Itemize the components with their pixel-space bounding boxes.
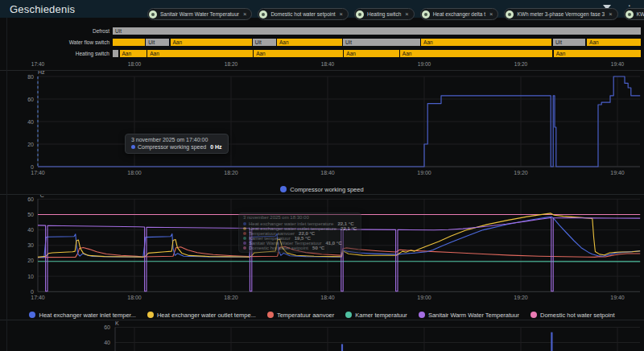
timeline-segment-uit[interactable]: Uit [553, 39, 585, 46]
axis-tick-label: 18:00 [127, 295, 142, 300]
thermometer-icon [149, 10, 157, 19]
timeline-segment-aan[interactable]: Aan [421, 39, 551, 46]
legend-item[interactable]: Sanitair Warm Water Temperatuur [419, 312, 519, 319]
timeline-row-label: Defrost [0, 28, 113, 34]
chip-label: Sanitair Warm Water Temperatuur [160, 11, 239, 17]
legend-item[interactable]: Heat exchanger water outlet tempe... [147, 312, 256, 319]
axis-tick-label: 50 [27, 212, 34, 217]
axis-tick-label: 10 [27, 274, 34, 279]
tooltip-row: Domestic hot water setpoint50 °C [243, 246, 357, 250]
legend-dot [345, 312, 352, 318]
legend-label: Domestic hot water setpoint [540, 312, 615, 319]
delta-t-chart-section: 6040K [0, 320, 644, 351]
legend-item[interactable]: Temperatuur aanvoer [267, 312, 334, 319]
timeline-track[interactable]: AanAanAanAanAanAan [113, 50, 641, 57]
chip-remove-icon[interactable]: × [340, 11, 343, 17]
series-dot [243, 232, 246, 235]
time-tick-label: 18:20 [220, 61, 242, 67]
timeline-segment-aan[interactable]: Aan [554, 50, 641, 57]
timeline-segment-aan[interactable]: Aan [254, 50, 343, 57]
chip-label: Heat exchanger delta t [433, 11, 485, 17]
chip-remove-icon[interactable]: × [609, 11, 612, 17]
entity-chip[interactable]: Heating switch× [354, 8, 415, 20]
compressor-legend: Compressor working speed [0, 184, 644, 194]
legend-dot [280, 186, 287, 192]
tooltip-value: 0 Hz [210, 144, 221, 150]
series-dot [243, 242, 246, 245]
page-title: Geschiedenis [10, 3, 75, 15]
series-dot [243, 237, 246, 240]
chip-remove-icon[interactable]: × [243, 11, 246, 17]
axis-tick-label: 0 [31, 289, 34, 295]
chart-tooltip-ghost: 3 november 2025 om 18:30:00 Heat exchang… [238, 213, 361, 253]
timeline-segment-uit[interactable]: Uit [253, 39, 276, 46]
timeline-track[interactable]: UitAanUitAanUitAanUitAan [113, 39, 641, 46]
delta-t-chart[interactable]: 6040K [0, 320, 644, 351]
axis-tick-label: °C [38, 195, 44, 198]
timeline-segment-uit[interactable]: Uit [146, 39, 169, 46]
entity-filter-chips: Sanitair Warm Water Temperatuur×Domestic… [147, 8, 644, 20]
chip-remove-icon[interactable]: × [489, 11, 493, 17]
axis-tick-label: 18:20 [224, 170, 238, 176]
timeline-segment-uit[interactable] [113, 50, 118, 57]
axis-tick-label: 20 [27, 258, 34, 263]
chart-tooltip: 3 november 2025 om 17:40:00 Compressor w… [125, 134, 229, 154]
timeline-segment-uit[interactable]: Uit [113, 27, 641, 35]
chip-label: Domestic hot water setpoint [270, 11, 335, 17]
series-dot [131, 145, 135, 149]
tooltip-timestamp: 3 november 2025 om 17:40:00 [131, 137, 222, 142]
entity-chip[interactable]: Domestic hot water setpoint× [258, 8, 349, 20]
time-tick-label: 18:00 [123, 61, 146, 67]
legend-item[interactable]: Heat exchanger water inlet temper... [29, 312, 135, 319]
axis-tick-label: 40 [27, 119, 34, 125]
legend-dot [419, 312, 425, 318]
tooltip-series-label: Compressor working speed [138, 144, 206, 150]
entity-chip[interactable]: KWh meter 3-phase Vermogen fase 3× [504, 8, 617, 20]
timeline-segment-aan[interactable]: Aan [587, 39, 641, 46]
timeline-segment-aan[interactable]: Aan [400, 50, 553, 57]
legend-label: Temperatuur aanvoer [277, 312, 334, 319]
legend-dot [530, 312, 537, 318]
timeline-track[interactable]: Uit [113, 27, 641, 35]
tooltip-series-label: Domestic hot water setpoint [249, 246, 308, 250]
flash-icon [625, 10, 634, 19]
timeline-segment-aan[interactable]: Aan [171, 39, 252, 46]
entity-chip[interactable]: Heat exchanger delta t× [420, 8, 499, 20]
time-tick-label: 19:20 [510, 61, 532, 67]
legend-dot [267, 312, 274, 318]
axis-tick-label: K [115, 320, 119, 326]
timeline-segment-uit[interactable]: Uit [343, 39, 420, 46]
thermometer-icon [422, 10, 430, 19]
series-dot [243, 227, 246, 230]
timeline-segment-aan[interactable]: Aan [344, 50, 398, 57]
axis-tick-label: 17:40 [31, 170, 45, 176]
compressor-chart[interactable]: 806040200Hz17:4018:0018:2018:4019:0019:2… [0, 71, 644, 177]
legend-label: Heat exchanger water outlet tempe... [157, 312, 256, 319]
tooltip-timestamp: 3 november 2025 om 18:30:00 [243, 215, 357, 220]
axis-tick-label: 60 [104, 324, 110, 330]
tooltip-value: 22,1 °C [341, 226, 357, 231]
timeline-segment-aan[interactable]: Aan [120, 50, 147, 57]
axis-tick-label: 80 [27, 74, 34, 80]
axis-tick-label: 17:40 [31, 295, 45, 300]
entity-chip[interactable]: KWh meter 3-phase Vermogen fase 1× [624, 8, 644, 20]
axis-tick-label: 19:40 [610, 295, 625, 300]
timeline-row: Heating switchAanAanAanAanAanAan [0, 50, 644, 57]
timeline-segment-aan[interactable] [113, 39, 145, 46]
axis-tick-label: 20 [27, 142, 34, 147]
time-tick-label: 17:40 [27, 61, 49, 67]
tooltip-value: 41,0 °C [325, 241, 341, 246]
entity-chip[interactable]: Sanitair Warm Water Temperatuur× [147, 8, 252, 20]
legend-item[interactable]: Kamer temperatuur [345, 312, 407, 319]
timeline-segment-aan[interactable]: Aan [277, 39, 342, 46]
axis-tick-label: 19:20 [514, 170, 528, 176]
legend-item[interactable]: Domestic hot water setpoint [530, 312, 615, 319]
chip-label: Heating switch [367, 11, 401, 17]
timeline-segment-aan[interactable]: Aan [147, 50, 253, 57]
series-dot [243, 246, 246, 250]
chip-remove-icon[interactable]: × [405, 11, 408, 17]
axis-tick-label: 30 [27, 242, 34, 248]
legend-item[interactable]: Compressor working speed [280, 186, 363, 193]
tooltip-value: 50 °C [312, 246, 324, 250]
axis-tick-label: 60 [27, 97, 34, 102]
